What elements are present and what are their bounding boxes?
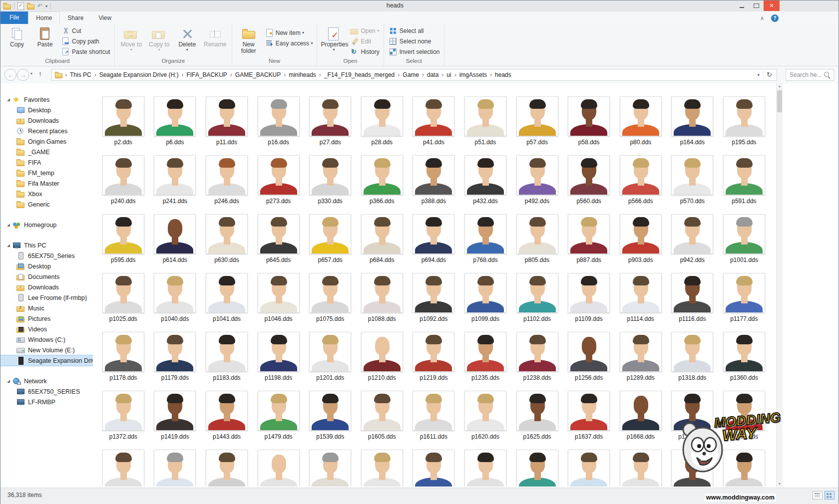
sidebar-item-65ex750-series[interactable]: 65EX750_SERIES [0, 386, 93, 397]
copy-path-button[interactable]: Copy path [60, 36, 112, 46]
refresh-icon[interactable]: ↻ [764, 70, 775, 79]
paste-button[interactable]: Paste [31, 25, 59, 49]
up-icon[interactable]: ↑ [38, 70, 42, 78]
file-item-p1179-dds[interactable]: p1179.dds [149, 332, 201, 382]
file-item-p195-dds[interactable]: p195.dds [718, 96, 770, 147]
file-item-p1668-dds[interactable]: p1668.dds [615, 391, 667, 441]
file-item-p1637-dds[interactable]: p1637.dds [563, 391, 615, 441]
file-item-p58-dds[interactable]: p58.dds [563, 96, 615, 147]
file-item-p28-dds[interactable]: p28.dds [356, 96, 408, 147]
file-item-p241-dds[interactable]: p241.dds [149, 155, 201, 206]
invert-selection-button[interactable]: Invert selection [388, 46, 441, 57]
file-item-p240-dds[interactable]: p240.dds [97, 155, 149, 206]
file-item-p51-dds[interactable]: p51.dds [459, 96, 511, 147]
sidebar-item-generic[interactable]: Generic [0, 199, 93, 210]
file-item-p2-dds[interactable]: p2.dds [97, 96, 149, 147]
history-button[interactable]: History [349, 46, 381, 57]
search-icon[interactable] [824, 72, 829, 77]
select-none-button[interactable]: Select none [388, 36, 441, 46]
file-item-p1116-dds[interactable]: p1116.dds [667, 273, 719, 323]
expander-icon[interactable] [7, 224, 10, 227]
file-item-p1041-dds[interactable]: p1041.dds [201, 273, 253, 323]
tab-home[interactable]: Home [28, 11, 60, 24]
tab-view[interactable]: View [91, 12, 119, 24]
file-item-p1539-dds[interactable]: p1539.dds [304, 391, 356, 441]
sidebar-item-new-volume-e[interactable]: New Volume (E:) [0, 345, 93, 355]
file-item-p1092-dds[interactable]: p1092.dds [408, 273, 460, 323]
breadcrumb-segment-data[interactable]: data [424, 71, 441, 78]
file-item-p684-dds[interactable]: p684.dds [356, 214, 408, 264]
file-item[interactable] [408, 450, 460, 487]
file-item-p657-dds[interactable]: p657.dds [304, 214, 356, 264]
sidebar-item-fifa[interactable]: FIFA [0, 157, 93, 168]
file-item[interactable] [304, 450, 356, 487]
file-item-p1235-dds[interactable]: p1235.dds [459, 332, 511, 382]
file-item-p1040-dds[interactable]: p1040.dds [149, 273, 201, 323]
sidebar-item-downloads[interactable]: Downloads [0, 115, 93, 126]
file-item-p1114-dds[interactable]: p1114.dds [615, 273, 667, 323]
details-view-button[interactable] [813, 491, 823, 500]
rename-button[interactable]: Rename [201, 25, 229, 49]
search-box[interactable] [786, 69, 834, 81]
file-item-p1183-dds[interactable]: p1183.dds [201, 332, 253, 382]
file-item-p614-dds[interactable]: p614.dds [149, 214, 201, 264]
expander-icon[interactable] [7, 380, 10, 383]
sidebar-item-seagate-expansion-drive-h[interactable]: Seagate Expansion Drive (H [0, 355, 93, 366]
file-item-p591-dds[interactable]: p591.dds [718, 155, 770, 206]
help-icon[interactable]: ? [771, 14, 779, 22]
copy-to-button[interactable]: Copy to▾ [145, 25, 173, 53]
file-menu-button[interactable]: File [0, 11, 28, 24]
file-item-p246-dds[interactable]: p246.dds [201, 155, 253, 206]
file-item-p903-dds[interactable]: p903.dds [615, 214, 667, 264]
breadcrumb-segment-miniheads[interactable]: miniheads [286, 71, 319, 78]
file-item-p1099-dds[interactable]: p1099.dds [459, 273, 511, 323]
file-item-p1289-dds[interactable]: p1289.dds [615, 332, 667, 382]
open-button[interactable]: Open ▾ [349, 25, 381, 36]
file-item-p164-dds[interactable]: p164.dds [667, 96, 719, 147]
file-item-p1219-dds[interactable]: p1219.dds [408, 332, 460, 382]
file-item-p560-dds[interactable]: p560.dds [563, 155, 615, 206]
back-icon[interactable]: ← [4, 69, 16, 81]
new-folder-button[interactable]: New folder [235, 25, 263, 55]
sidebar-item-pictures[interactable]: Pictures [0, 313, 93, 324]
scroll-up-icon[interactable]: ▲ [777, 84, 783, 88]
file-item-p1001-dds[interactable]: p1001.dds [718, 214, 770, 264]
file-item-p1210-dds[interactable]: p1210.dds [356, 332, 408, 382]
paste-shortcut-button[interactable]: Paste shortcut [60, 46, 112, 57]
close-button[interactable]: ✕ [764, 0, 780, 11]
tab-share[interactable]: Share [60, 12, 91, 24]
breadcrumb-segment-imgassets[interactable]: imgAssets [457, 71, 489, 78]
sidebar-item-origin-games[interactable]: Origin Games [0, 136, 93, 147]
sidebar-item-lee-froome-lf-rmbp[interactable]: Lee Froome (lf-rmbp) [0, 292, 93, 303]
file-item-p694-dds[interactable]: p694.dds [408, 214, 460, 264]
breadcrumb-segment-seagate-expansion-drive-h[interactable]: Seagate Expansion Drive (H:) [97, 71, 181, 78]
minimize-button[interactable] [735, 0, 749, 11]
file-item-p366-dds[interactable]: p366.dds [356, 155, 408, 206]
file-item-p1178-dds[interactable]: p1178.dds [97, 332, 149, 382]
sidebar-item-desktop[interactable]: Desktop [0, 261, 93, 271]
file-item-p630-dds[interactable]: p630.dds [201, 214, 253, 264]
file-item-p645-dds[interactable]: p645.dds [253, 214, 305, 264]
file-item-p595-dds[interactable]: p595.dds [97, 214, 149, 264]
file-item-p80-dds[interactable]: p80.dds [615, 96, 667, 147]
select-all-button[interactable]: Select all [388, 25, 441, 36]
expander-icon[interactable] [7, 98, 10, 101]
sidebar-section-this-pc[interactable]: This PC [0, 240, 93, 251]
file-item-p566-dds[interactable]: p566.dds [615, 155, 667, 206]
address-dropdown-icon[interactable]: ▾ [754, 71, 763, 78]
maximize-button[interactable] [749, 0, 764, 11]
scrollbar-thumb[interactable] [777, 90, 782, 112]
qat-new-folder-icon[interactable] [27, 3, 34, 9]
sidebar-item-videos[interactable]: Videos [0, 324, 93, 334]
file-item-p570-dds[interactable]: p570.dds [667, 155, 719, 206]
file-item-p768-dds[interactable]: p768.dds [459, 214, 511, 264]
file-item-p887-dds[interactable]: p887.dds [563, 214, 615, 264]
file-item-p1625-dds[interactable]: p1625.dds [511, 391, 563, 441]
file-item[interactable] [356, 450, 408, 487]
expander-icon[interactable] [7, 244, 10, 247]
file-item-p330-dds[interactable]: p330.dds [304, 155, 356, 206]
qat-customize-chevron-icon[interactable]: ▾ [45, 4, 47, 8]
file-item-p1075-dds[interactable]: p1075.dds [304, 273, 356, 323]
file-item[interactable] [149, 450, 201, 487]
file-item-p16-dds[interactable]: p16.dds [253, 96, 305, 147]
